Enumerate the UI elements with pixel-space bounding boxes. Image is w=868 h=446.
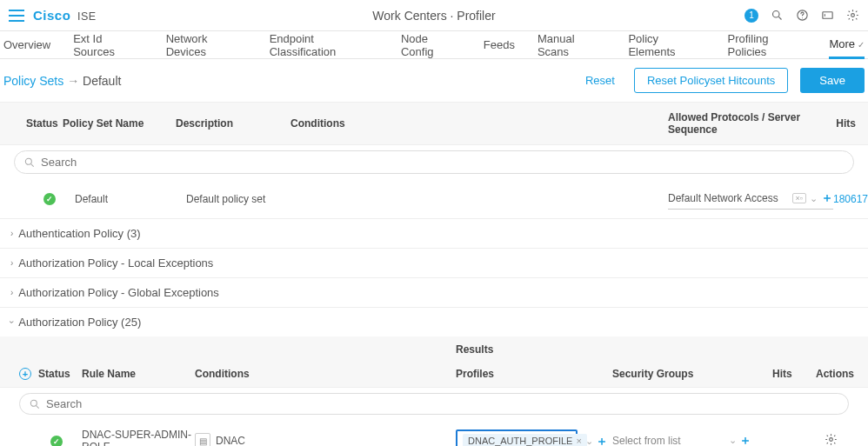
allowed-protocols-select[interactable]: Default Network Access ×▫ ⌄ ＋	[668, 188, 833, 210]
tab-ext-id[interactable]: Ext Id Sources	[73, 26, 144, 64]
svg-line-8	[31, 163, 34, 166]
breadcrumb-root[interactable]: Policy Sets	[3, 74, 63, 88]
tab-node-config[interactable]: Node Config	[401, 26, 461, 64]
policy-set-search[interactable]	[14, 150, 854, 174]
chevron-down-icon: ✓	[858, 40, 865, 50]
svg-point-3	[802, 17, 803, 18]
search-icon[interactable]	[771, 9, 784, 22]
tab-feeds[interactable]: Feeds	[484, 32, 515, 57]
condition-type-icon[interactable]: ▤	[195, 433, 210, 446]
tab-network-devices[interactable]: Network Devices	[166, 26, 247, 64]
add-rule-icon[interactable]: +	[19, 368, 31, 380]
tab-endpoint[interactable]: Endpoint Classification	[270, 26, 378, 64]
breadcrumb-current: Default	[83, 74, 121, 88]
status-enabled-icon: ✓	[43, 193, 56, 205]
col-cond: Conditions	[290, 117, 668, 130]
section-authz-policy[interactable]: › Authorization Policy (25)	[0, 308, 868, 336]
rules-search-input[interactable]	[46, 397, 839, 410]
col-hits: Hits	[833, 117, 868, 130]
tab-manual-scans[interactable]: Manual Scans	[537, 26, 605, 64]
col-status: Status	[38, 368, 82, 380]
tab-profiling-policies[interactable]: Profiling Policies	[728, 26, 807, 64]
security-group-select[interactable]: Select from list ⌄＋	[612, 430, 751, 447]
reset-hitcounts-button[interactable]: Reset Policyset Hitcounts	[634, 68, 788, 93]
gear-icon[interactable]	[825, 433, 838, 446]
section-authz-global[interactable]: › Authorization Policy - Global Exceptio…	[0, 278, 868, 308]
col-rule: Rule Name	[82, 368, 195, 380]
policy-set-header: Status Policy Set Name Description Condi…	[0, 102, 868, 145]
svg-line-10	[37, 405, 39, 408]
chevron-right-icon: ›	[10, 229, 13, 238]
profile-select[interactable]: DNAC_AUTH_PROFILE×	[456, 429, 578, 446]
svg-point-9	[30, 400, 37, 406]
policy-set-hits[interactable]: 180617	[833, 193, 868, 205]
col-sec: Security Groups	[612, 368, 769, 380]
tab-overview[interactable]: Overview	[3, 32, 50, 57]
clear-icon[interactable]: ×▫	[792, 193, 806, 203]
search-icon	[29, 398, 41, 410]
help-icon[interactable]	[796, 9, 809, 22]
col-desc: Description	[176, 117, 290, 130]
chevron-down-icon[interactable]: ⌄	[729, 435, 737, 446]
remove-chip-icon[interactable]: ×	[576, 436, 581, 446]
chevron-down-icon[interactable]: ⌄	[810, 193, 818, 204]
chevron-right-icon: ›	[10, 288, 13, 297]
tab-bar: Overview Ext Id Sources Network Devices …	[0, 31, 868, 59]
tools-icon[interactable]	[821, 9, 834, 22]
authz-rule-row: ✓ DNAC-SUPER-ADMIN-ROLE ▤ DNAC DNAC_AUTH…	[0, 420, 868, 446]
chevron-right-icon: ›	[10, 258, 13, 268]
svg-rect-4	[823, 12, 832, 19]
col-results: Results	[456, 343, 772, 356]
col-name: Policy Set Name	[63, 117, 176, 130]
svg-point-6	[851, 14, 855, 17]
col-profiles: Profiles	[456, 368, 612, 380]
rule-condition[interactable]: DNAC	[216, 435, 245, 446]
tab-policy-elements[interactable]: Policy Elements	[628, 26, 704, 64]
brand: Cisco ISE	[33, 8, 97, 23]
col-status: Status	[0, 117, 63, 130]
col-hits: Hits	[772, 368, 816, 380]
chevron-down-icon[interactable]: ⌄	[585, 436, 593, 446]
policy-set-name[interactable]: Default	[63, 193, 176, 205]
rule-name[interactable]: DNAC-SUPER-ADMIN-ROLE	[82, 429, 195, 446]
col-actions: Actions	[816, 368, 868, 380]
svg-point-7	[25, 158, 31, 164]
settings-icon[interactable]	[846, 9, 859, 22]
page-title: Work Centers · Profiler	[372, 9, 495, 23]
col-cond: Conditions	[195, 368, 456, 380]
rules-search[interactable]	[19, 393, 849, 415]
policy-set-search-input[interactable]	[41, 156, 845, 169]
add-icon[interactable]: ＋	[821, 190, 833, 206]
svg-line-1	[778, 17, 781, 19]
top-bar: Cisco ISE Work Centers · Profiler 1	[0, 0, 868, 31]
breadcrumb: Policy Sets → Default	[3, 74, 121, 88]
tab-more[interactable]: More✓	[829, 31, 865, 59]
policy-set-row: ✓ Default Default policy set Default Net…	[0, 179, 868, 219]
notifications-badge[interactable]: 1	[744, 9, 758, 23]
policy-set-desc: Default policy set	[176, 193, 290, 205]
add-icon[interactable]: ＋	[739, 433, 751, 447]
col-allowed: Allowed Protocols / Server Sequence	[668, 111, 833, 136]
menu-icon[interactable]	[9, 10, 24, 22]
header-actions: 1	[744, 9, 859, 23]
svg-point-0	[773, 11, 780, 18]
authz-rules-header: + Status Rule Name Conditions Results Pr…	[0, 336, 868, 388]
search-icon	[23, 156, 36, 169]
section-authz-local[interactable]: › Authorization Policy - Local Exception…	[0, 249, 868, 278]
chevron-down-icon: ›	[7, 321, 17, 323]
section-authentication-policy[interactable]: › Authentication Policy (3)	[0, 219, 868, 249]
svg-point-11	[830, 438, 833, 442]
toolbar: Policy Sets → Default Reset Reset Policy…	[0, 59, 868, 102]
reset-button[interactable]: Reset	[575, 69, 625, 92]
save-button[interactable]: Save	[800, 68, 865, 93]
status-enabled-icon: ✓	[50, 436, 63, 447]
add-icon[interactable]: ＋	[596, 434, 608, 447]
